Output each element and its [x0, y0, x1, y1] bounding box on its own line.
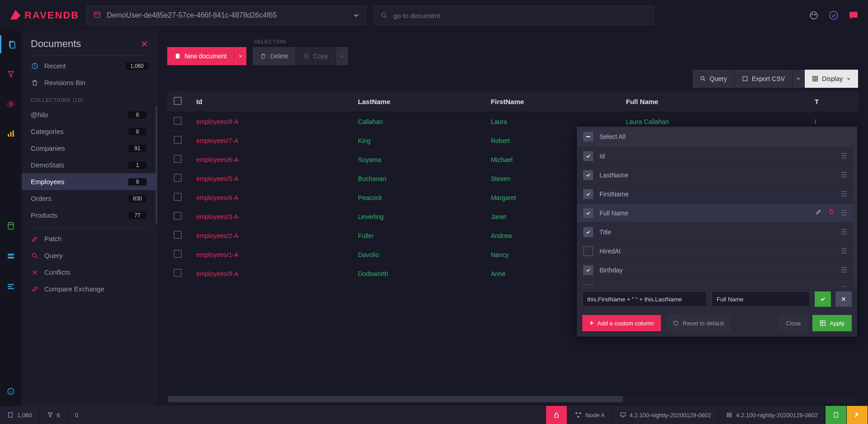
reset-default-button[interactable]: Reset to default: [665, 315, 731, 331]
add-custom-column-button[interactable]: + Add a custom column: [582, 315, 661, 331]
sidebar-revisions[interactable]: Revisions Bin: [22, 74, 157, 91]
trash-icon[interactable]: [828, 209, 835, 217]
status-ok[interactable]: [826, 406, 847, 424]
drag-handle-icon[interactable]: ☰: [841, 228, 847, 236]
cell-id[interactable]: employees/3-A: [190, 207, 352, 226]
cell-id[interactable]: employees/2-A: [190, 226, 352, 245]
nav-settings-icon[interactable]: [0, 95, 22, 113]
column-header[interactable]: LastName: [352, 91, 485, 112]
column-header-input[interactable]: [712, 291, 810, 307]
edit-icon[interactable]: [816, 209, 822, 217]
nav-info-icon[interactable]: [0, 382, 22, 400]
drag-handle-icon[interactable]: ☰: [841, 266, 847, 274]
column-header[interactable]: T: [808, 91, 858, 112]
status-client-version[interactable]: 4.2.100-nightly-20200129-0602: [613, 406, 719, 424]
drag-handle-icon[interactable]: ☰: [841, 152, 847, 160]
column-expression-input[interactable]: [582, 291, 707, 307]
cell-id[interactable]: employees/6-A: [190, 150, 352, 169]
cell-id[interactable]: employees/5-A: [190, 169, 352, 188]
display-column-row[interactable]: HiredAt☰: [577, 242, 854, 261]
nav-tasks-icon[interactable]: [0, 277, 22, 295]
copy-dropdown[interactable]: [335, 47, 348, 65]
status-warn[interactable]: [847, 406, 868, 424]
column-checkbox[interactable]: [583, 246, 593, 256]
sidebar-collection-products[interactable]: Products77: [22, 207, 156, 224]
sidebar-tool-conflicts[interactable]: Conflicts: [22, 264, 157, 281]
cell-lastname: Callahan: [352, 112, 485, 131]
display-column-row[interactable]: Title☰: [577, 223, 854, 242]
column-header[interactable]: Id: [190, 91, 352, 112]
nav-stats-icon[interactable]: [0, 125, 22, 143]
new-document-dropdown[interactable]: [234, 47, 246, 65]
sidebar-collection-companies[interactable]: Companies91: [22, 140, 156, 157]
global-search[interactable]: [374, 5, 654, 25]
column-checkbox[interactable]: [583, 265, 593, 275]
sidebar-close-icon[interactable]: ✕: [141, 38, 148, 49]
display-column-row[interactable]: LastName☰: [577, 166, 854, 185]
apply-button[interactable]: Apply: [812, 315, 852, 331]
close-button[interactable]: Close: [778, 315, 808, 331]
theme-icon[interactable]: [808, 10, 819, 21]
column-header[interactable]: FirstName: [485, 91, 620, 112]
status-unsecure[interactable]: [546, 406, 567, 424]
horizontal-scrollbar[interactable]: [168, 396, 857, 402]
delete-button[interactable]: Delete: [253, 47, 295, 65]
display-column-row[interactable]: FirstName☰: [577, 185, 854, 204]
display-column-row[interactable]: Full Name☰: [577, 204, 854, 223]
status-server-version[interactable]: 4.2.100-nightly-20200129-0602: [719, 406, 826, 424]
database-selector[interactable]: DemoUser-de485e27-57ce-466f-841c-4878d26…: [86, 5, 367, 25]
sidebar-tool-compare-exchange[interactable]: Compare Exchange: [22, 281, 157, 297]
copy-button[interactable]: Copy: [296, 47, 335, 65]
status-indexes[interactable]: 6: [40, 406, 68, 424]
feedback-icon[interactable]: [848, 10, 859, 21]
confirm-column-button[interactable]: [815, 291, 831, 307]
display-button[interactable]: Display: [804, 70, 858, 88]
new-document-button[interactable]: New document: [167, 47, 234, 65]
drag-handle-icon[interactable]: ☰: [841, 209, 847, 217]
column-header[interactable]: Full Name: [619, 91, 808, 112]
drag-handle-icon[interactable]: ☰: [841, 247, 847, 255]
sidebar-collection-categories[interactable]: Categories8: [22, 123, 156, 140]
nav-indexes-icon[interactable]: [0, 65, 22, 83]
cell-id[interactable]: employees/7-A: [190, 131, 352, 150]
sidebar-collection-demostats[interactable]: DemoStats1: [22, 157, 156, 173]
sidebar-collection-orders[interactable]: Orders830: [22, 190, 156, 207]
display-column-row[interactable]: Id☰: [577, 147, 854, 166]
query-button[interactable]: Query: [692, 70, 734, 88]
column-checkbox[interactable]: [583, 208, 593, 218]
column-checkbox[interactable]: [583, 170, 593, 180]
sidebar-collection-employees[interactable]: Employees9: [22, 173, 156, 190]
select-all-checkbox[interactable]: [583, 132, 593, 142]
cell-id[interactable]: employees/1-A: [190, 245, 352, 264]
status-docs[interactable]: 1,060: [0, 406, 40, 424]
status-node[interactable]: Node A: [567, 406, 613, 424]
sidebar-recent[interactable]: Recent 1,060: [22, 57, 157, 74]
export-csv-button[interactable]: Export CSV: [734, 70, 792, 88]
drag-handle-icon[interactable]: ☰: [841, 285, 847, 287]
display-column-row[interactable]: Birthday☰: [577, 261, 854, 280]
drag-handle-icon[interactable]: ☰: [841, 190, 847, 198]
select-all-header[interactable]: [167, 91, 190, 112]
export-csv-dropdown[interactable]: [792, 70, 804, 88]
column-checkbox[interactable]: [583, 189, 593, 199]
cell-id[interactable]: employees/9-A: [190, 264, 352, 283]
sidebar-collection-@hilo[interactable]: @hilo8: [22, 106, 156, 123]
cancel-column-button[interactable]: ✕: [835, 291, 852, 307]
search-input[interactable]: [393, 12, 647, 19]
drag-handle-icon[interactable]: ☰: [841, 171, 847, 179]
nav-databases-icon[interactable]: [0, 217, 22, 235]
nav-manage-icon[interactable]: [0, 247, 22, 265]
column-checkbox[interactable]: [583, 227, 593, 237]
nav-documents-icon[interactable]: [0, 35, 22, 53]
logo[interactable]: RAVENDB: [9, 9, 79, 22]
status-stale[interactable]: 0: [68, 406, 86, 424]
column-checkbox[interactable]: [583, 151, 593, 161]
column-checkbox[interactable]: [583, 284, 593, 287]
cell-id[interactable]: employees/8-A: [190, 112, 352, 131]
sidebar-tool-query[interactable]: Query: [22, 247, 157, 264]
cell-id[interactable]: employees/4-A: [190, 188, 352, 207]
status-icon[interactable]: [828, 10, 839, 21]
display-column-row[interactable]: HomePhone☰: [577, 280, 854, 287]
server-icon: [726, 412, 732, 418]
sidebar-tool-patch[interactable]: Patch: [22, 230, 157, 247]
